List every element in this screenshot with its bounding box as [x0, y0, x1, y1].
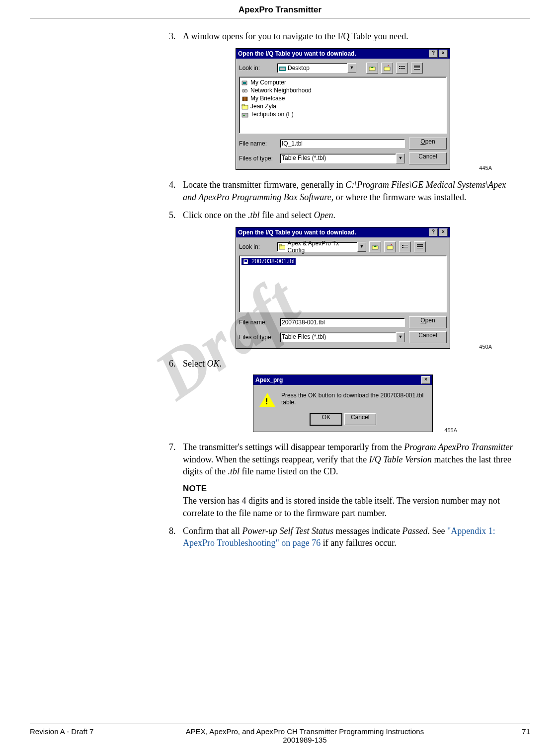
dialog-title: Open the I/Q Table you want to download.: [238, 229, 428, 236]
step-number: 3.: [169, 30, 183, 42]
svg-rect-29: [404, 247, 408, 247]
filename-input[interactable]: IQ_1.tbl: [280, 139, 405, 148]
svg-rect-3: [384, 67, 390, 71]
step-number: 7.: [169, 441, 183, 519]
file-listbox[interactable]: My Computer Network Neighborhood My Brie…: [239, 76, 447, 134]
svg-text:*: *: [391, 244, 392, 247]
svg-rect-19: [242, 104, 244, 106]
svg-rect-32: [417, 248, 423, 248]
figure-ref: 450A: [479, 344, 492, 350]
cancel-button[interactable]: Cancel: [409, 331, 447, 343]
details-view-icon[interactable]: [411, 63, 423, 74]
dialog-titlebar: Open the I/Q Table you want to download.…: [236, 49, 450, 59]
filetype-combo[interactable]: Table Files (*.tbl) ▼: [280, 153, 405, 163]
lookin-combo[interactable]: Apex & ApexPro Tx Config ▼: [277, 242, 366, 252]
svg-rect-9: [414, 66, 420, 67]
chevron-down-icon[interactable]: ▼: [396, 153, 405, 163]
figure-ref: 455A: [444, 427, 457, 433]
dialog-titlebar: Apex_prg ×: [253, 375, 432, 385]
file-listbox[interactable]: 2007038-001.tbl: [239, 255, 447, 312]
step-6: 6. Select OK.: [169, 358, 517, 370]
svg-rect-27: [404, 245, 408, 245]
close-icon[interactable]: ×: [439, 228, 448, 236]
list-item[interactable]: Techpubs on (F): [241, 111, 444, 118]
svg-rect-17: [244, 97, 245, 101]
page-footer: Revision A - Draft 7 APEX, ApexPro, and …: [30, 724, 530, 744]
close-icon[interactable]: ×: [439, 50, 448, 58]
filename-label: File name:: [239, 140, 276, 147]
lookin-combo[interactable]: Desktop ▼: [277, 63, 356, 73]
footer-revision: Revision A - Draft 7: [30, 727, 129, 744]
warning-icon: [259, 393, 275, 407]
footer-title: APEX, ApexPro, and ApexPro CH Transmitte…: [129, 727, 480, 744]
open-button[interactable]: Open: [409, 138, 447, 150]
svg-rect-1: [280, 68, 285, 70]
svg-rect-8: [401, 68, 405, 69]
help-icon[interactable]: ?: [429, 50, 438, 58]
figure-ref: 445A: [479, 165, 492, 171]
svg-rect-35: [244, 261, 247, 262]
step-8: 8. Confirm that all Power-up Self Test S…: [169, 525, 517, 549]
filename-label: File name:: [239, 319, 276, 326]
svg-rect-26: [402, 245, 403, 246]
dialog-title: Open the I/Q Table you want to download.: [238, 50, 428, 57]
open-button[interactable]: Open: [409, 316, 447, 328]
svg-rect-31: [417, 246, 423, 247]
filename-input[interactable]: 2007038-001.tbl: [280, 318, 405, 327]
step-number: 5.: [169, 209, 183, 221]
list-item[interactable]: Network Neighborhood: [241, 87, 444, 94]
open-dialog-1: Open the I/Q Table you want to download.…: [236, 48, 450, 170]
svg-rect-11: [414, 69, 420, 70]
dialog-message: Press the OK button to download the 2007…: [281, 392, 426, 406]
step-3: 3. A window opens for you to navigate to…: [169, 30, 517, 42]
svg-rect-22: [279, 244, 282, 246]
cancel-button[interactable]: Cancel: [409, 152, 447, 164]
svg-rect-6: [401, 66, 405, 67]
svg-rect-10: [414, 68, 420, 68]
list-item[interactable]: Jean Zyla: [241, 103, 444, 110]
svg-rect-7: [399, 68, 400, 69]
list-view-icon[interactable]: [399, 241, 411, 252]
details-view-icon[interactable]: [414, 241, 426, 252]
lookin-label: Look in:: [239, 65, 274, 72]
svg-rect-5: [399, 66, 400, 67]
list-item-selected[interactable]: 2007038-001.tbl: [241, 258, 296, 265]
close-icon[interactable]: ×: [421, 376, 430, 384]
ok-button[interactable]: OK: [310, 413, 342, 426]
step-text: Select OK.: [183, 358, 517, 370]
svg-rect-24: [387, 246, 393, 249]
list-view-icon[interactable]: [396, 63, 408, 74]
lookin-value: Apex & ApexPro Tx Config: [287, 240, 355, 254]
step-text: Click once on the .tbl file and select O…: [183, 209, 517, 221]
list-item[interactable]: My Briefcase: [241, 95, 444, 102]
svg-rect-34: [244, 260, 247, 261]
new-folder-icon[interactable]: *: [384, 241, 396, 252]
svg-point-15: [244, 89, 247, 92]
filetype-combo[interactable]: Table Files (*.tbl) ▼: [280, 332, 405, 342]
note-body: The version has 4 digits and is stored i…: [183, 495, 517, 519]
step-7: 7. The transmitter's settings will disap…: [169, 441, 517, 519]
svg-text:*: *: [388, 65, 389, 69]
filetype-label: Files of type:: [239, 334, 276, 341]
chevron-down-icon[interactable]: ▼: [357, 242, 366, 252]
help-icon[interactable]: ?: [429, 228, 438, 236]
up-folder-icon[interactable]: [369, 241, 381, 252]
step-5: 5. Click once on the .tbl file and selec…: [169, 209, 517, 221]
step-text: The transmitter's settings will disappea…: [183, 441, 517, 519]
svg-rect-13: [243, 82, 246, 84]
new-folder-icon[interactable]: *: [381, 63, 393, 74]
list-item[interactable]: My Computer: [241, 79, 444, 86]
chevron-down-icon[interactable]: ▼: [396, 332, 405, 342]
step-number: 8.: [169, 525, 183, 549]
svg-rect-30: [417, 244, 423, 245]
up-folder-icon[interactable]: [366, 63, 378, 74]
step-number: 6.: [169, 358, 183, 370]
dialog-title: Apex_prg: [255, 376, 420, 383]
lookin-value: Desktop: [288, 65, 310, 72]
confirm-dialog: Apex_prg × Press the OK button to downlo…: [253, 375, 433, 432]
chevron-down-icon[interactable]: ▼: [347, 63, 356, 73]
cancel-button[interactable]: Cancel: [344, 413, 376, 425]
page-header: ApexPro Transmitter: [30, 5, 530, 18]
lookin-label: Look in:: [239, 243, 274, 250]
step-number: 4.: [169, 179, 183, 203]
